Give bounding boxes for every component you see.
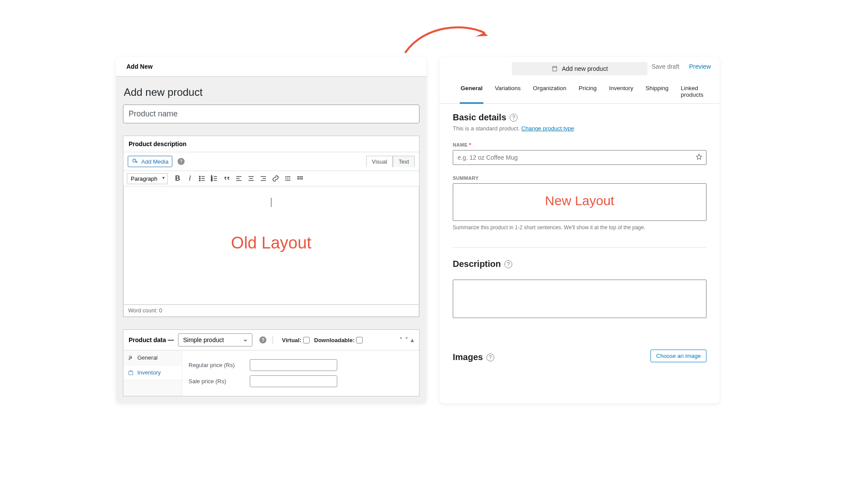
svg-point-1 [199,176,200,177]
tab-inventory[interactable]: Inventory [608,80,634,103]
product-description-box: Product description Add Media ? Visual [123,136,420,317]
help-icon[interactable]: ? [259,336,266,343]
page-title: Add new product [124,86,420,98]
svg-rect-28 [297,178,299,179]
separator [273,336,273,344]
svg-rect-32 [553,66,557,71]
italic-icon[interactable]: I [184,173,196,184]
overlay-label-new: New Layout [545,193,614,208]
choose-image-button[interactable]: Choose an image [650,350,706,362]
summary-field-label: SUMMARY [453,175,706,181]
product-editor-tabs: General Variations Organization Pricing … [440,80,720,104]
svg-point-5 [199,180,200,181]
link-icon[interactable] [270,173,281,184]
word-count: Word count: 0 [123,304,419,317]
help-icon[interactable]: ? [510,114,517,122]
paragraph-select[interactable]: Paragraph [127,173,168,184]
product-name-input[interactable] [123,105,420,123]
tab-inventory[interactable]: Inventory [123,365,182,380]
downloadable-checkbox[interactable] [356,337,363,343]
new-layout-panel: Add new product Save draft Preview Gener… [440,57,720,403]
virtual-flag[interactable]: Virtual: [282,337,310,343]
summary-helper: Summarize this product in 1-2 short sent… [453,224,706,231]
svg-text:3: 3 [211,179,213,182]
panel-breadcrumb: Add New [116,57,426,77]
add-media-label: Add Media [141,158,168,165]
tab-shipping[interactable]: Shipping [645,80,670,103]
quote-icon[interactable] [221,173,232,184]
basic-details-title: Basic details [453,112,506,122]
tab-general[interactable]: General [460,80,483,103]
bullet-list-icon[interactable] [196,173,208,184]
virtual-checkbox[interactable] [303,337,310,343]
svg-point-0 [133,159,136,162]
old-layout-panel: Add New Add new product Product descript… [116,57,426,403]
wrench-icon [128,355,134,361]
description-title: Description [453,259,501,269]
product-title-chip[interactable]: Add new product [512,62,647,75]
toolbar-toggle-icon[interactable] [294,173,306,184]
name-field-label: NAME * [453,142,706,147]
downloadable-flag[interactable]: Downloadable: [314,337,363,343]
images-title: Images [453,352,483,362]
bold-icon[interactable]: B [172,173,183,184]
svg-rect-30 [301,178,303,179]
regular-price-input[interactable] [250,359,337,371]
help-icon[interactable]: ? [504,260,512,268]
move-up-icon[interactable]: ˄ [399,336,402,343]
numbered-list-icon[interactable]: 123 [209,173,220,184]
tab-general[interactable]: General [123,350,182,365]
product-data-box: Product data — Simple product ? Virtual:… [123,329,420,396]
transition-arrow [396,21,501,56]
move-down-icon[interactable]: ˅ [405,336,408,343]
divider [453,247,706,248]
align-right-icon[interactable] [258,173,269,184]
align-center-icon[interactable] [245,173,257,184]
media-icon [132,158,139,165]
tab-organization[interactable]: Organization [532,80,567,103]
help-icon[interactable]: ? [486,354,494,361]
svg-rect-26 [300,176,301,178]
align-left-icon[interactable] [233,173,245,184]
svg-point-3 [199,178,200,179]
sale-price-input[interactable] [250,375,337,387]
tab-linked-products[interactable]: Linked products [680,80,704,103]
read-more-icon[interactable] [282,173,294,184]
collapse-icon[interactable]: ▴ [411,336,414,343]
svg-rect-25 [297,176,299,178]
description-input[interactable] [453,280,706,318]
overlay-label-old: Old Layout [231,234,311,252]
svg-rect-27 [301,176,303,178]
preview-button[interactable]: Preview [689,63,711,70]
star-icon[interactable] [695,153,703,161]
basic-details-subtitle: This is a standard product. Change produ… [453,125,706,132]
save-draft-button[interactable]: Save draft [651,63,679,70]
svg-rect-29 [300,178,301,179]
change-product-type-link[interactable]: Change product type [521,125,574,132]
svg-rect-31 [129,371,133,375]
summary-input[interactable]: New Layout [453,183,706,221]
product-name-input[interactable] [453,150,706,165]
product-type-select[interactable]: Simple product [178,333,252,346]
editor-tab-visual[interactable]: Visual [366,156,393,167]
title-chip-label: Add new product [562,65,608,72]
tinymce-toolbar: Paragraph B I 123 [123,171,419,186]
editor-tab-text[interactable]: Text [393,156,415,167]
editor-body[interactable]: | Old Layout [123,186,419,304]
sale-price-label: Sale price (Rs) [189,378,241,385]
tab-variations[interactable]: Variations [494,80,521,103]
add-media-button[interactable]: Add Media [128,156,172,167]
text-cursor: | [270,196,273,207]
inventory-icon [128,370,134,376]
help-icon[interactable]: ? [178,158,185,165]
product-data-label: Product data — [129,336,174,343]
regular-price-label: Regular price (Rs) [189,362,241,368]
description-heading: Product description [123,136,419,152]
document-icon [551,65,558,72]
tab-pricing[interactable]: Pricing [578,80,598,103]
